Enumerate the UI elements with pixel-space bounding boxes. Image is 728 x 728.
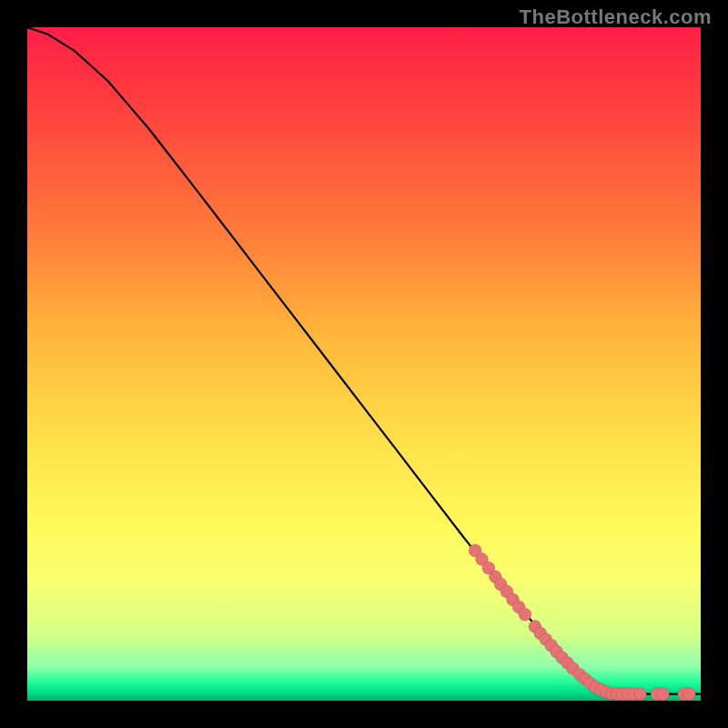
data-marker [633,688,646,701]
chart-svg [27,27,701,701]
data-marker [657,688,670,701]
data-marker [682,688,695,701]
data-marker [519,608,531,621]
chart-frame: TheBottleneck.com [0,0,728,728]
curve-line [27,27,701,694]
markers-group [469,544,695,701]
watermark-text: TheBottleneck.com [520,5,712,29]
plot-area [27,27,701,701]
